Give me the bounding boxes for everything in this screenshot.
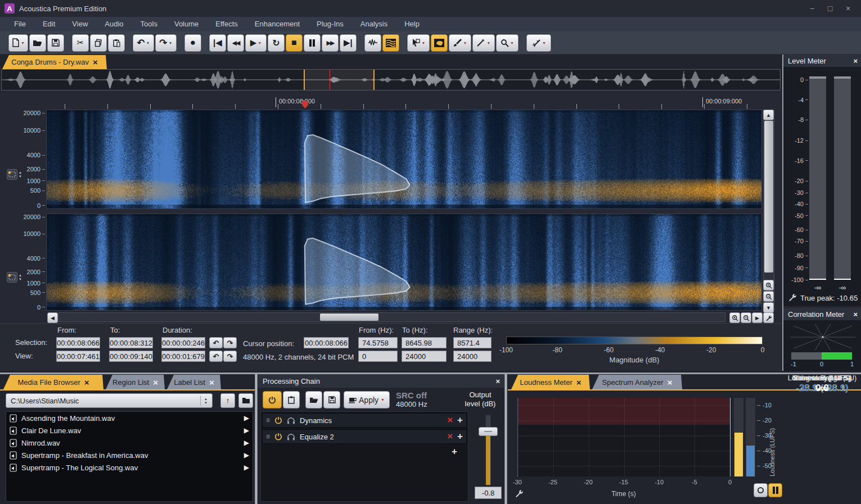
freehand-select-button[interactable]	[431, 34, 448, 52]
spectrogram-channel-1[interactable]	[46, 110, 762, 209]
channel-2-spinner[interactable]: ▲ ▼	[19, 274, 22, 281]
save-button[interactable]	[47, 34, 64, 52]
horizontal-zoom-out-button[interactable]	[741, 312, 751, 323]
scroll-right-button[interactable]: ▶	[752, 312, 763, 323]
spin-up-icon[interactable]: ▲	[19, 274, 22, 277]
minimize-button[interactable]: −	[807, 4, 817, 13]
media-file-row[interactable]: Nimrod.wav ▶	[6, 437, 253, 449]
overview-view-range[interactable]	[304, 70, 374, 90]
menu-item[interactable]: Tools	[132, 17, 166, 31]
loop-playback-button[interactable]: ↻	[268, 34, 285, 52]
path-combobox[interactable]: C:\Users\Stian\Music ▲ ▼	[6, 393, 213, 408]
menu-item[interactable]: Help	[396, 17, 428, 31]
preview-play-icon[interactable]: ▶	[244, 451, 249, 459]
spectrogram-view-button[interactable]	[382, 34, 399, 52]
remove-effect-icon[interactable]: ×	[447, 431, 453, 442]
tab-close-icon[interactable]: ×	[209, 378, 214, 387]
close-icon[interactable]: ×	[495, 377, 500, 385]
view-to-hz-field[interactable]: 24000	[402, 351, 447, 362]
waveform-view-button[interactable]	[364, 34, 381, 52]
chain-clipboard-button[interactable]	[283, 391, 300, 408]
preview-play-icon[interactable]: ▶	[244, 426, 249, 434]
brush-tool-button[interactable]: ▼	[449, 34, 471, 52]
paste-button[interactable]	[108, 34, 125, 52]
file-tab[interactable]: Conga Drums - Dry.wav ×	[2, 55, 107, 69]
menu-item[interactable]: Plug-Ins	[308, 17, 352, 31]
overview-range-left-handle[interactable]	[304, 70, 305, 90]
headphones-icon[interactable]	[287, 433, 295, 441]
menu-item[interactable]: Audio	[96, 17, 132, 31]
close-button[interactable]: ×	[843, 4, 853, 13]
menu-item[interactable]: View	[64, 17, 96, 31]
spin-down-icon[interactable]: ▼	[204, 401, 208, 405]
add-effect-icon[interactable]: +	[457, 415, 463, 426]
redo-button[interactable]: ↷ ▼	[155, 34, 177, 52]
selection-duration-field[interactable]: 00:00:00:246	[161, 337, 205, 348]
menu-item[interactable]: Edit	[34, 17, 64, 31]
view-from-field[interactable]: 00:00:07:461	[56, 351, 100, 362]
overview-range-right-handle[interactable]	[373, 70, 375, 90]
pause-button[interactable]	[304, 34, 321, 52]
spin-down-icon[interactable]: ▼	[19, 175, 22, 178]
tab-media-file-browser[interactable]: Media File Browser ×	[3, 375, 103, 389]
rewind-button[interactable]: ◀◀	[227, 34, 244, 52]
menu-item[interactable]: Analysis	[352, 17, 396, 31]
power-icon[interactable]	[274, 433, 282, 441]
time-ruler[interactable]	[46, 104, 762, 109]
horizontal-scroll-thumb[interactable]	[320, 314, 378, 321]
chain-effect-row[interactable]: ≡ Equalize 2 × +	[262, 429, 467, 444]
spin-down-icon[interactable]: ▼	[19, 278, 22, 281]
view-range-hz-field[interactable]: 24000	[453, 351, 492, 362]
menu-item[interactable]: Effects	[207, 17, 246, 31]
chain-open-button[interactable]	[305, 391, 322, 408]
fast-forward-button[interactable]: ▶▶	[322, 34, 339, 52]
spectrogram-channel-2[interactable]	[46, 214, 762, 311]
loudness-pause-button[interactable]	[768, 483, 782, 497]
new-file-button[interactable]: ▼	[8, 34, 28, 52]
splitter-handle[interactable]	[255, 374, 258, 504]
maximize-button[interactable]: □	[825, 4, 835, 13]
sel-to-hz-field[interactable]: 8645.98	[402, 337, 447, 348]
wrench-icon[interactable]	[515, 489, 524, 498]
path-spinner[interactable]: ▲ ▼	[200, 396, 208, 406]
selection-from-field[interactable]: 00:00:08:066	[56, 337, 100, 348]
tab-close-icon[interactable]: ×	[93, 57, 98, 67]
view-from-hz-field[interactable]: 0	[358, 351, 398, 362]
drag-handle-icon[interactable]: ≡	[266, 433, 270, 441]
vertical-zoom-in-button[interactable]	[763, 280, 774, 290]
channel-select-tool-button[interactable]	[7, 272, 17, 283]
record-button[interactable]: ●	[184, 34, 201, 52]
browse-folder-button[interactable]	[238, 393, 253, 408]
view-undo-button[interactable]: ↶	[209, 351, 223, 362]
stop-button[interactable]: ■	[286, 34, 303, 52]
chain-save-button[interactable]	[323, 391, 340, 408]
output-level-slider-track[interactable]	[485, 415, 491, 485]
preview-play-icon[interactable]: ▶	[244, 414, 249, 422]
menu-item[interactable]: File	[6, 17, 34, 31]
tab-region-list[interactable]: Region List ×	[106, 375, 165, 389]
sel-range-hz-field[interactable]: 8571.4	[453, 337, 492, 348]
spin-up-icon[interactable]: ▲	[204, 397, 208, 401]
scroll-up-button[interactable]: ▲	[763, 110, 774, 120]
zoom-tool-button[interactable]: ▼	[496, 34, 519, 52]
go-to-start-button[interactable]: |◀	[209, 34, 226, 52]
select-tool-button[interactable]: ▼	[407, 34, 430, 52]
folder-up-button[interactable]: ↑	[220, 393, 235, 408]
undo-button[interactable]: ↶ ▼	[133, 34, 154, 52]
preview-play-icon[interactable]: ▶	[244, 464, 249, 471]
media-file-row[interactable]: Supertramp - Breakfast in America.wav ▶	[6, 449, 253, 461]
wrench-icon[interactable]	[788, 293, 797, 302]
vertical-scroll-thumb[interactable]	[764, 121, 773, 273]
close-icon[interactable]: ×	[853, 57, 858, 65]
add-effect-icon[interactable]: +	[457, 431, 463, 442]
copy-button[interactable]	[90, 34, 107, 52]
overview-waveform-canvas[interactable]	[2, 70, 780, 90]
cursor-position-field[interactable]: 00:00:08:066	[304, 337, 349, 348]
tab-label-list[interactable]: Label List ×	[167, 375, 221, 389]
power-icon[interactable]	[274, 416, 282, 424]
view-to-field[interactable]: 00:00:09:140	[109, 351, 153, 362]
chain-enable-button[interactable]	[263, 391, 282, 408]
view-redo-button[interactable]: ↷	[223, 351, 237, 362]
chain-effect-row[interactable]: ≡ Dynamics × +	[262, 413, 467, 428]
horizontal-zoom-in-button[interactable]	[729, 312, 740, 323]
